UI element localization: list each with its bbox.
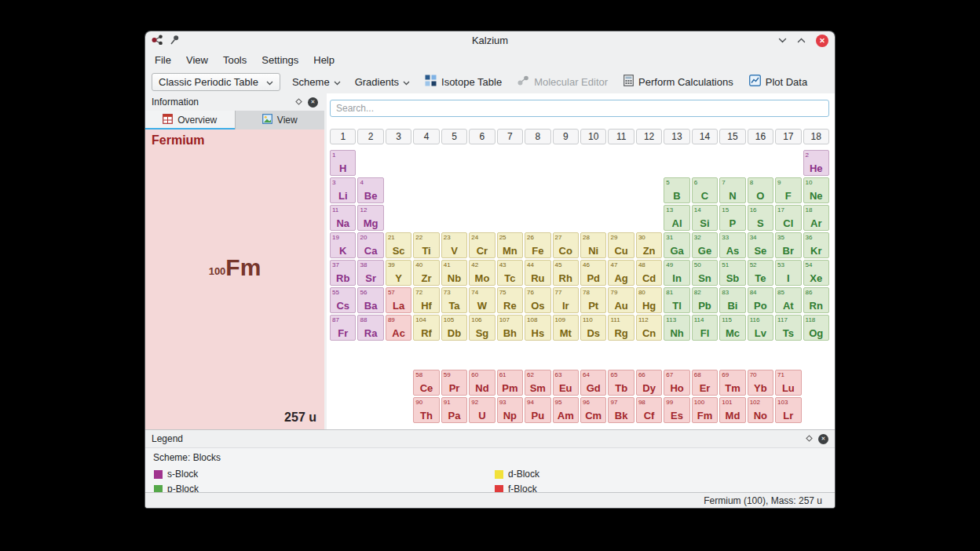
element-Nd[interactable]: 60Nd <box>469 370 495 396</box>
element-Lr[interactable]: 103Lr <box>775 397 801 423</box>
element-Cn[interactable]: 112Cn <box>636 315 662 341</box>
float-panel-icon[interactable] <box>806 433 813 444</box>
element-Dy[interactable]: 66Dy <box>636 370 662 396</box>
element-Lv[interactable]: 116Lv <box>748 315 773 341</box>
element-Ru[interactable]: 44Ru <box>525 260 550 286</box>
element-Sc[interactable]: 21Sc <box>386 232 411 258</box>
element-Pr[interactable]: 59Pr <box>441 370 467 396</box>
element-Fm[interactable]: 100Fm <box>692 397 718 423</box>
element-Th[interactable]: 90Th <box>413 397 439 423</box>
element-Ds[interactable]: 110Ds <box>580 315 606 341</box>
element-Gd[interactable]: 64Gd <box>580 370 606 396</box>
element-Mn[interactable]: 25Mn <box>497 232 523 258</box>
element-No[interactable]: 102No <box>748 397 773 423</box>
element-Rb[interactable]: 37Rb <box>330 260 356 286</box>
element-Ts[interactable]: 117Ts <box>775 315 801 341</box>
scheme-button[interactable]: Scheme <box>290 75 343 89</box>
element-Au[interactable]: 79Au <box>608 287 634 313</box>
element-Er[interactable]: 68Er <box>692 370 718 396</box>
element-Si[interactable]: 14Si <box>692 205 718 231</box>
element-Md[interactable]: 101Md <box>719 397 745 423</box>
element-Se[interactable]: 34Se <box>748 232 773 258</box>
tab-overview[interactable]: Overview <box>145 111 236 130</box>
menu-view[interactable]: View <box>186 54 208 66</box>
element-Cf[interactable]: 98Cf <box>636 397 662 423</box>
perform-calculations-button[interactable]: Perform Calculations <box>620 73 737 90</box>
element-Sm[interactable]: 62Sm <box>525 370 550 396</box>
table-type-select[interactable]: Classic Periodic Table <box>152 73 280 91</box>
element-Bk[interactable]: 97Bk <box>608 397 634 423</box>
element-Sn[interactable]: 50Sn <box>692 260 718 286</box>
element-Ti[interactable]: 22Ti <box>413 232 439 258</box>
element-Ne[interactable]: 10Ne <box>803 177 829 203</box>
element-Ar[interactable]: 18Ar <box>803 205 829 231</box>
gradients-button[interactable]: Gradients <box>353 75 412 89</box>
element-Db[interactable]: 105Db <box>441 315 467 341</box>
element-Hs[interactable]: 108Hs <box>525 315 550 341</box>
element-Bh[interactable]: 107Bh <box>497 315 523 341</box>
menu-tools[interactable]: Tools <box>223 54 247 66</box>
element-Rf[interactable]: 104Rf <box>413 315 439 341</box>
element-Tm[interactable]: 69Tm <box>719 370 745 396</box>
element-Zn[interactable]: 30Zn <box>636 232 662 258</box>
element-Os[interactable]: 76Os <box>525 287 550 313</box>
element-Nh[interactable]: 113Nh <box>664 315 689 341</box>
element-Mo[interactable]: 42Mo <box>469 260 495 286</box>
element-Hg[interactable]: 80Hg <box>636 287 662 313</box>
element-Mg[interactable]: 12Mg <box>357 205 383 231</box>
element-Fe[interactable]: 26Fe <box>525 232 550 258</box>
element-Am[interactable]: 95Am <box>553 397 579 423</box>
titlebar[interactable]: Kalzium ✕ <box>145 31 835 49</box>
element-S[interactable]: 16S <box>748 205 773 231</box>
element-P[interactable]: 15P <box>719 205 745 231</box>
element-Ga[interactable]: 31Ga <box>664 232 689 258</box>
float-panel-icon[interactable] <box>295 97 302 108</box>
element-Og[interactable]: 118Og <box>803 315 829 341</box>
element-Np[interactable]: 93Np <box>497 397 523 423</box>
element-Pd[interactable]: 46Pd <box>580 260 606 286</box>
menu-help[interactable]: Help <box>313 54 335 66</box>
element-Te[interactable]: 52Te <box>748 260 773 286</box>
element-Yb[interactable]: 70Yb <box>748 370 773 396</box>
close-panel-icon[interactable]: ✕ <box>818 434 828 444</box>
element-Kr[interactable]: 36Kr <box>803 232 829 258</box>
element-La[interactable]: 57La <box>386 287 411 313</box>
tab-view[interactable]: View <box>236 111 325 130</box>
plot-data-button[interactable]: Plot Data <box>746 73 810 90</box>
element-In[interactable]: 49In <box>664 260 689 286</box>
element-Fr[interactable]: 87Fr <box>330 315 356 341</box>
element-Pa[interactable]: 91Pa <box>441 397 467 423</box>
element-Ta[interactable]: 73Ta <box>441 287 467 313</box>
element-Ag[interactable]: 47Ag <box>608 260 634 286</box>
element-Cm[interactable]: 96Cm <box>580 397 606 423</box>
element-Al[interactable]: 13Al <box>664 205 689 231</box>
element-Ce[interactable]: 58Ce <box>413 370 439 396</box>
element-Br[interactable]: 35Br <box>775 232 801 258</box>
element-Pm[interactable]: 61Pm <box>497 370 523 396</box>
element-Re[interactable]: 75Re <box>497 287 523 313</box>
element-Ba[interactable]: 56Ba <box>357 287 383 313</box>
element-Tl[interactable]: 81Tl <box>664 287 689 313</box>
element-Bi[interactable]: 83Bi <box>719 287 745 313</box>
element-B[interactable]: 5B <box>664 177 689 203</box>
element-Rg[interactable]: 111Rg <box>608 315 634 341</box>
shade-button[interactable] <box>778 38 787 43</box>
element-Sr[interactable]: 38Sr <box>357 260 383 286</box>
search-input[interactable] <box>330 100 829 117</box>
pin-icon[interactable] <box>170 34 180 48</box>
element-Tc[interactable]: 43Tc <box>497 260 523 286</box>
element-Li[interactable]: 3Li <box>330 177 356 203</box>
element-Y[interactable]: 39Y <box>386 260 411 286</box>
element-N[interactable]: 7N <box>719 177 745 203</box>
element-Nb[interactable]: 41Nb <box>441 260 467 286</box>
element-As[interactable]: 33As <box>719 232 745 258</box>
close-button[interactable]: ✕ <box>816 35 828 47</box>
element-Hf[interactable]: 72Hf <box>413 287 439 313</box>
menu-file[interactable]: File <box>155 54 171 66</box>
element-Zr[interactable]: 40Zr <box>413 260 439 286</box>
element-Cr[interactable]: 24Cr <box>469 232 495 258</box>
element-Pb[interactable]: 82Pb <box>692 287 718 313</box>
element-Sg[interactable]: 106Sg <box>469 315 495 341</box>
element-Lu[interactable]: 71Lu <box>775 370 801 396</box>
isotope-table-button[interactable]: Isotope Table <box>422 73 505 90</box>
